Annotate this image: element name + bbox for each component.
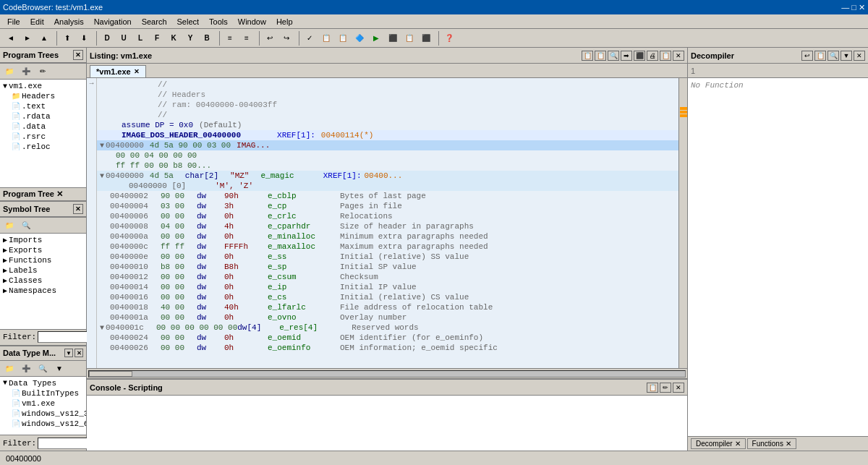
dt-datatypes[interactable]: ▼ Data Types (1, 378, 85, 388)
tb-snap1[interactable]: 📋 (318, 31, 334, 46)
listing-btn7[interactable]: 📋 (660, 51, 671, 61)
tab-vm1exe-close[interactable]: ✕ (134, 68, 140, 75)
dt-btn3[interactable]: 🔍 (35, 361, 51, 375)
decompiler-btn1[interactable]: ↩ (801, 51, 813, 61)
status-bar: 00400000 (0, 451, 868, 465)
dt-builtintypes[interactable]: 📄 BuiltInTypes (10, 388, 85, 398)
tb-help[interactable]: ❓ (441, 31, 457, 46)
menu-window[interactable]: Window (234, 16, 271, 27)
listing-btn5[interactable]: ⬛ (634, 51, 645, 61)
st-functions[interactable]: ▶ Functions (1, 255, 85, 265)
menu-file[interactable]: File (3, 16, 25, 27)
tree-item-reloc[interactable]: 📄 .reloc (10, 142, 85, 152)
tb-debug2[interactable]: ⬛ (418, 31, 434, 46)
decompiler-tab-decompiler[interactable]: Decompiler ✕ (691, 438, 746, 449)
tb-forward[interactable]: ► (20, 31, 35, 46)
tb-snap3[interactable]: 🔷 (352, 31, 367, 46)
tb-patch2[interactable]: ≡ (239, 31, 255, 46)
collapse-btn-2[interactable]: ▼ (100, 172, 104, 180)
st-imports[interactable]: ▶ Imports (1, 235, 85, 245)
decompiler-btn3[interactable]: 🔍 (827, 51, 839, 61)
dt-btn1[interactable]: 📁 (1, 361, 17, 375)
tree-item-vm1exe[interactable]: ▼ vm1.exe (1, 81, 85, 91)
pt-btn1[interactable]: 📁 (1, 64, 17, 79)
menu-analysis[interactable]: Analysis (50, 16, 88, 27)
tb-debug1[interactable]: 📋 (401, 31, 417, 46)
dt-btn4[interactable]: ▼ (51, 361, 67, 375)
code-listing[interactable]: // // Headers // ram: 00400000-004003ff … (97, 78, 678, 368)
dt-btn2[interactable]: ➕ (18, 361, 34, 375)
collapse-btn-1[interactable]: ▼ (100, 142, 104, 150)
decompiler-tab-close[interactable]: ✕ (735, 440, 741, 448)
tb-snap2[interactable]: 📋 (335, 31, 351, 46)
st-namespaces[interactable]: ▶ Namespaces (1, 286, 85, 296)
tb-f[interactable]: F (149, 31, 165, 46)
title-controls[interactable]: — □ ✕ (841, 3, 865, 12)
listing-hscroll[interactable] (87, 368, 687, 378)
console-btn2[interactable]: ✏ (660, 383, 671, 393)
tb-y[interactable]: Y (182, 31, 198, 46)
menu-help[interactable]: Help (272, 16, 297, 27)
decompiler-tab-functions[interactable]: Functions ✕ (747, 438, 796, 449)
st-labels[interactable]: ▶ Labels (1, 265, 85, 276)
tb-redo[interactable]: ↪ (278, 31, 294, 46)
dt-win64[interactable]: 📄 windows_vs12_64 (10, 419, 85, 429)
menu-search[interactable]: Search (137, 16, 171, 27)
listing-close[interactable]: ✕ (673, 51, 684, 61)
tb-check[interactable]: ✓ (302, 31, 318, 46)
tree-item-rsrc[interactable]: 📄 .rsrc (10, 132, 85, 142)
decompiler-btn2[interactable]: 📋 (814, 51, 826, 61)
tb-back[interactable]: ◄ (3, 31, 19, 46)
menu-select[interactable]: Select (173, 16, 204, 27)
tb-nav2[interactable]: ⬇ (76, 31, 92, 46)
listing-btn3[interactable]: 🔍 (608, 51, 619, 61)
st-classes[interactable]: ▶ Classes (1, 276, 85, 286)
functions-tab-close[interactable]: ✕ (786, 440, 791, 448)
listing-btn2[interactable]: 📋 (595, 51, 606, 61)
console-btn1[interactable]: 📋 (647, 383, 658, 393)
console-close[interactable]: ✕ (673, 383, 684, 393)
console-content[interactable] (87, 396, 687, 451)
decompiler-close[interactable]: ✕ (854, 51, 865, 61)
tb-b[interactable]: B (199, 31, 215, 46)
st-btn1[interactable]: 📁 (1, 218, 17, 232)
minimize-btn[interactable]: — (841, 3, 849, 12)
dt-win32[interactable]: 📄 windows_vs12_32 (10, 409, 85, 419)
symbol-tree-close[interactable]: ✕ (73, 204, 83, 214)
tb-u[interactable]: U (116, 31, 132, 46)
st-exports[interactable]: ▶ Exports (1, 245, 85, 255)
menu-tools[interactable]: Tools (205, 16, 232, 27)
decompiler-btn4[interactable]: ▼ (841, 51, 852, 61)
tree-item-text[interactable]: 📄 .text (10, 101, 85, 111)
tb-nav1[interactable]: ⬆ (59, 31, 75, 46)
menu-edit[interactable]: Edit (26, 16, 48, 27)
collapse-btn-3[interactable]: ▼ (100, 324, 104, 332)
dt-minimize[interactable]: ▼ (64, 349, 73, 357)
dt-close[interactable]: ✕ (75, 349, 83, 357)
menu-navigation[interactable]: Navigation (90, 16, 136, 27)
tree-item-rdata[interactable]: 📄 .rdata (10, 111, 85, 121)
listing-btn6[interactable]: 🖨 (647, 51, 658, 61)
pt-btn2[interactable]: ➕ (18, 64, 34, 79)
tree-item-headers[interactable]: 📁 Headers (10, 91, 85, 101)
close-btn[interactable]: ✕ (859, 3, 865, 12)
maximize-btn[interactable]: □ (851, 3, 856, 12)
listing-btn4[interactable]: ➡ (621, 51, 632, 61)
tb-l[interactable]: L (132, 31, 148, 46)
tb-patch1[interactable]: ≡ (222, 31, 238, 46)
tree-item-data[interactable]: 📄 .data (10, 121, 85, 132)
tab-vm1exe[interactable]: *vm1.exe ✕ (90, 65, 146, 77)
hscroll-thumb[interactable] (89, 371, 132, 377)
hscroll-track[interactable] (88, 370, 686, 377)
tb-d[interactable]: D (99, 31, 115, 46)
tb-k[interactable]: K (166, 31, 182, 46)
tb-undo[interactable]: ↩ (262, 31, 278, 46)
dt-vm1exe[interactable]: 📄 vm1.exe (10, 398, 85, 409)
listing-btn1[interactable]: 📋 (582, 51, 593, 61)
tb-run[interactable]: ▶ (368, 31, 384, 46)
program-trees-close[interactable]: ✕ (73, 50, 83, 60)
tb-stop[interactable]: ⬛ (385, 31, 401, 46)
st-btn2[interactable]: 🔍 (18, 218, 34, 232)
tb-up[interactable]: ▲ (36, 31, 52, 46)
pt-btn3[interactable]: ✏ (35, 64, 51, 79)
